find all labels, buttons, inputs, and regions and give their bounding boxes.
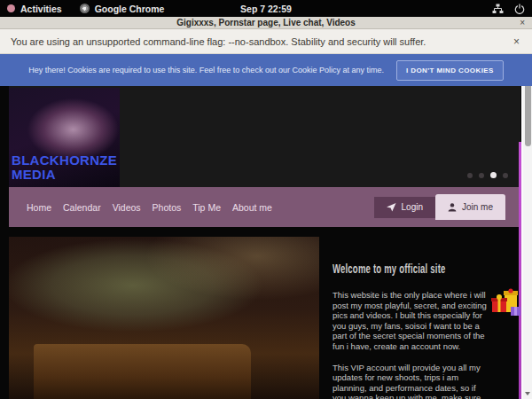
scroll-down-icon[interactable] — [525, 392, 530, 395]
app-menu-button[interactable]: Google Chrome — [95, 4, 165, 14]
gifts-sticker[interactable] — [490, 287, 526, 323]
join-label: Join me — [462, 202, 493, 212]
login-label: Login — [402, 202, 423, 212]
carousel-dots — [467, 172, 508, 178]
login-button[interactable]: Login — [374, 197, 435, 218]
send-icon — [387, 203, 396, 212]
nav-item-calendar[interactable]: Calendar — [63, 202, 101, 213]
carousel-dot-1[interactable] — [467, 173, 473, 178]
logo-photo[interactable]: BLACKHORNZE MEDIA — [9, 88, 120, 187]
carousel-dot-4[interactable] — [503, 173, 508, 178]
screen: Activities Google Chrome Sep 7 22:59 Gig… — [0, 0, 532, 399]
flag-warning-text: You are using an unsupported command-lin… — [11, 36, 426, 47]
window-close-icon[interactable]: × — [520, 17, 525, 29]
cookie-accept-button[interactable]: I DON'T MIND COOKIES — [396, 60, 504, 81]
power-icon[interactable] — [514, 4, 525, 14]
window-titlebar: Gigixxxs, Pornstar page, Live chat, Vide… — [0, 17, 532, 29]
nav-item-tipme[interactable]: Tip Me — [192, 202, 221, 213]
intro-paragraph-1: This website is the only place where i w… — [332, 290, 490, 352]
carousel-dot-2[interactable] — [479, 173, 484, 178]
carousel-dot-3-active[interactable] — [490, 172, 497, 178]
nav-item-home[interactable]: Home — [27, 202, 51, 213]
activities-button[interactable]: Activities — [20, 4, 62, 14]
site-page: BLACKHORNZE MEDIA Home Calendar Videos P… — [0, 86, 521, 399]
warning-close-icon[interactable]: × — [513, 35, 520, 48]
screen-record-icon — [7, 4, 15, 12]
intro-section: Welcome to my official site This website… — [332, 262, 490, 399]
site-logo[interactable]: BLACKHORNZE MEDIA — [12, 153, 117, 182]
chrome-icon — [80, 4, 90, 13]
cookie-banner: Hey there! Cookies are required to use t… — [0, 54, 532, 86]
nav-item-photos[interactable]: Photos — [153, 202, 182, 213]
browser-scrollbar[interactable] — [523, 54, 532, 399]
main-nav: Home Calendar Videos Photos Tip Me About… — [9, 187, 520, 227]
logo-line2: MEDIA — [12, 168, 117, 182]
hero-photo-detail — [34, 344, 251, 399]
nav-item-aboutme[interactable]: About me — [232, 202, 272, 213]
site-header: BLACKHORNZE MEDIA — [9, 86, 520, 187]
intro-paragraph-2: This VIP account will provide you all my… — [332, 363, 490, 399]
join-button[interactable]: Join me — [435, 194, 505, 220]
flag-warning-bar: You are using an unsupported command-lin… — [0, 29, 532, 54]
person-icon — [448, 203, 457, 212]
hero-photo — [9, 237, 319, 399]
welcome-heading: Welcome to my official site — [332, 262, 440, 276]
gnome-top-bar: Activities Google Chrome Sep 7 22:59 — [0, 0, 532, 17]
logo-line1: BLACKHORNZE — [12, 153, 117, 168]
network-icon[interactable] — [492, 4, 504, 14]
window-title: Gigixxxs, Pornstar page, Live chat, Vide… — [176, 18, 356, 27]
cookie-message: Hey there! Cookies are required to use t… — [28, 66, 384, 74]
nav-item-videos[interactable]: Videos — [113, 202, 141, 213]
